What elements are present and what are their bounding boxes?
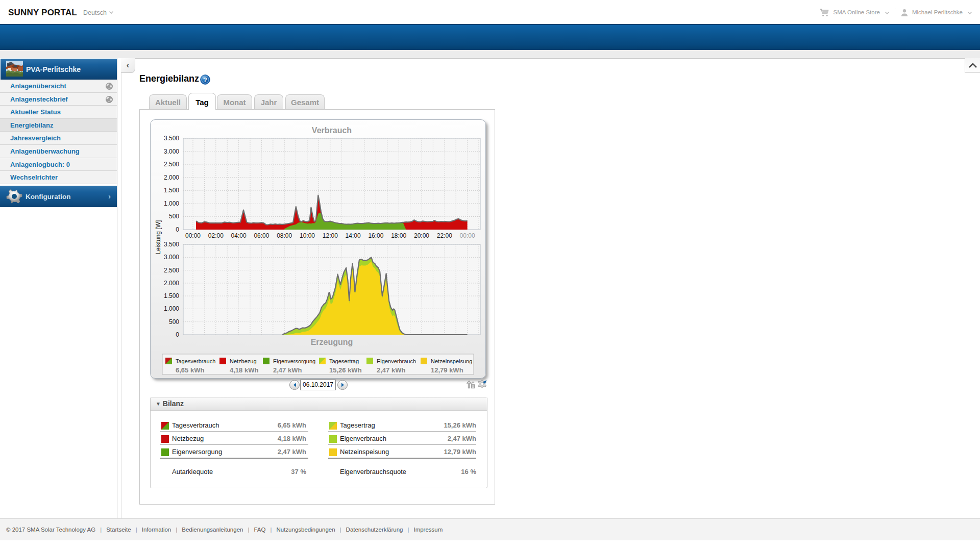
svg-text:2.000: 2.000 bbox=[164, 280, 179, 287]
svg-text:2.000: 2.000 bbox=[164, 174, 179, 181]
svg-text:08:00: 08:00 bbox=[277, 232, 292, 239]
svg-text:Verbrauch: Verbrauch bbox=[312, 126, 352, 135]
svg-text:2.500: 2.500 bbox=[164, 267, 179, 274]
svg-text:6,65 kWh: 6,65 kWh bbox=[176, 366, 204, 374]
svg-text:3.500: 3.500 bbox=[164, 241, 179, 248]
svg-text:1.000: 1.000 bbox=[164, 305, 179, 312]
svg-text:2.500: 2.500 bbox=[164, 161, 179, 168]
svg-text:10:00: 10:00 bbox=[300, 232, 315, 239]
svg-text:2,47 kWh: 2,47 kWh bbox=[377, 366, 405, 374]
svg-text:06:00: 06:00 bbox=[254, 232, 269, 239]
svg-text:Eigenverbrauch: Eigenverbrauch bbox=[377, 358, 416, 364]
svg-text:3.000: 3.000 bbox=[164, 148, 179, 155]
svg-text:0: 0 bbox=[176, 226, 179, 233]
svg-text:500: 500 bbox=[169, 318, 179, 325]
svg-text:04:00: 04:00 bbox=[231, 232, 247, 239]
svg-text:4,18 kWh: 4,18 kWh bbox=[230, 366, 258, 374]
svg-text:1.000: 1.000 bbox=[164, 200, 179, 207]
svg-text:500: 500 bbox=[169, 213, 179, 220]
svg-text:12:00: 12:00 bbox=[323, 232, 338, 239]
svg-text:20:00: 20:00 bbox=[414, 232, 429, 239]
svg-text:12,79 kWh: 12,79 kWh bbox=[431, 366, 463, 374]
svg-text:18:00: 18:00 bbox=[391, 232, 406, 239]
svg-text:0: 0 bbox=[176, 331, 179, 338]
svg-text:Tagesertrag: Tagesertrag bbox=[329, 358, 359, 364]
svg-text:Eigenversorgung: Eigenversorgung bbox=[273, 358, 315, 364]
svg-text:Netzeinspeisung: Netzeinspeisung bbox=[431, 358, 472, 364]
svg-text:02:00: 02:00 bbox=[208, 232, 224, 239]
svg-text:?: ? bbox=[203, 76, 207, 84]
svg-text:Netzbezug: Netzbezug bbox=[230, 358, 257, 364]
svg-text:00:00: 00:00 bbox=[460, 232, 475, 239]
svg-text:1.500: 1.500 bbox=[164, 292, 179, 299]
svg-text:1.500: 1.500 bbox=[164, 187, 179, 194]
svg-text:2,47 kWh: 2,47 kWh bbox=[273, 366, 302, 374]
svg-text:22:00: 22:00 bbox=[437, 232, 452, 239]
svg-text:Erzeugung: Erzeugung bbox=[311, 338, 353, 346]
svg-text:14:00: 14:00 bbox=[346, 232, 361, 239]
svg-text:16:00: 16:00 bbox=[368, 232, 383, 239]
svg-text:3.500: 3.500 bbox=[164, 135, 179, 142]
svg-text:00:00: 00:00 bbox=[185, 232, 201, 239]
svg-text:Leistung [W]: Leistung [W] bbox=[155, 220, 162, 255]
svg-text:3.000: 3.000 bbox=[164, 254, 179, 261]
svg-text:Tagesverbrauch: Tagesverbrauch bbox=[176, 358, 215, 364]
svg-text:15,26 kWh: 15,26 kWh bbox=[329, 366, 362, 374]
